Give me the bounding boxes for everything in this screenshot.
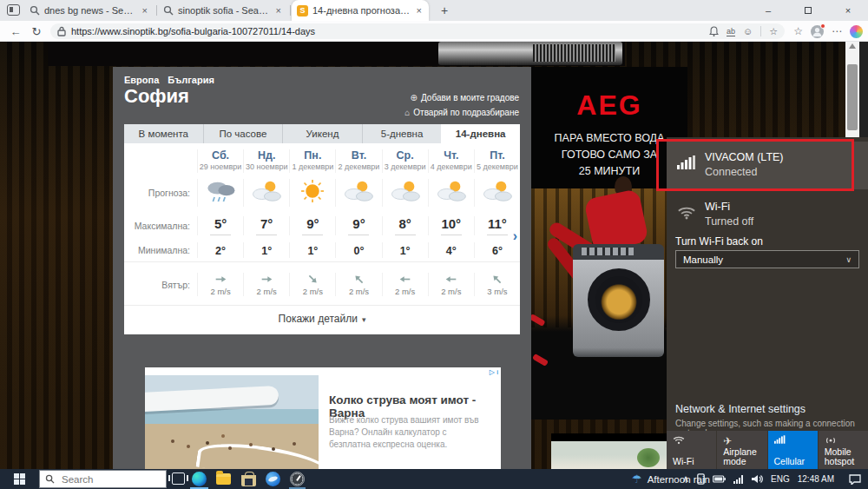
tab-close-icon[interactable]: × [141, 5, 149, 16]
adchoices-icon[interactable]: ▷ [490, 368, 495, 376]
wifi-tile[interactable]: Wi-Fi [667, 431, 716, 469]
wind-arrow-icon [350, 270, 368, 288]
tab-now[interactable]: В момента [124, 124, 203, 143]
next-days-chevron-icon[interactable]: › [513, 228, 517, 244]
ad-beach-image[interactable] [145, 375, 319, 469]
profile-avatar[interactable] [811, 25, 824, 38]
weather-icon-partly-cloudy [243, 179, 289, 207]
dial-app-icon[interactable] [290, 472, 305, 486]
cellular-tile-active[interactable]: Cellular [768, 431, 818, 469]
row-label-max: Максимална: [124, 221, 197, 231]
tab-close-icon[interactable]: × [274, 5, 283, 16]
search-icon [45, 474, 55, 484]
wind-arrow-icon [260, 273, 273, 286]
wifi-back-label: Turn Wi-Fi back on [675, 235, 763, 248]
new-tab-button[interactable]: + [436, 2, 453, 19]
tab-hourly[interactable]: По часове [203, 124, 283, 143]
tab-14day-active[interactable]: 14-дневна [441, 124, 520, 143]
store-icon[interactable] [241, 475, 256, 486]
add-city-link[interactable]: ⊕Добави в моите градове [404, 90, 519, 105]
min-temp: 1° [289, 242, 335, 258]
task-view-icon[interactable] [172, 472, 185, 485]
min-temp: 4° [428, 242, 474, 258]
browser-tab-1[interactable]: dnes bg news - Search × [24, 0, 155, 21]
ad-info-icon[interactable]: i [496, 368, 498, 376]
address-bar[interactable]: https://www.sinoptik.bg/sofia-bulgaria-1… [50, 23, 785, 39]
wifi-icon [673, 435, 685, 445]
translate-icon[interactable]: ab [727, 27, 735, 36]
wifi-status: Turned off [705, 215, 753, 228]
breadcrumb-region[interactable]: Европа [124, 75, 159, 85]
scrollbar-up-arrow[interactable] [849, 43, 856, 49]
more-menu-icon[interactable]: ⋯ [832, 25, 842, 37]
tab-weekend[interactable]: Уикенд [282, 124, 362, 143]
volume-icon[interactable] [752, 474, 763, 484]
airplane-mode-tile[interactable]: ✈ Airplane mode [717, 431, 766, 469]
second-ad-image[interactable] [551, 433, 668, 469]
tray-expand-icon[interactable]: ∧ [682, 473, 689, 485]
weather-icon-partly-cloudy [335, 179, 381, 207]
battery-icon[interactable] [713, 475, 726, 483]
feedback-smiley-icon[interactable]: ☺ [743, 26, 753, 36]
divider [760, 26, 761, 36]
background-steamer-image [438, 42, 622, 65]
ad-card[interactable]: ▷ i Колко струва моят имот - Варна Вижте… [145, 367, 501, 469]
mobile-hotspot-tile[interactable]: Mobile hotspot [819, 431, 868, 469]
favorite-star-icon[interactable]: ☆ [769, 26, 778, 37]
start-button[interactable] [0, 469, 39, 489]
phone-icon[interactable] [697, 473, 705, 485]
alert-bell-icon[interactable] [709, 26, 719, 36]
aeg-ad-image [531, 188, 687, 420]
edge-taskbar-icon[interactable] [192, 472, 207, 486]
min-temp: 6° [474, 242, 520, 258]
min-temp: 0° [335, 242, 381, 258]
tab-layout-icon[interactable] [7, 4, 20, 16]
wifi-back-select[interactable]: Manually ∨ [675, 250, 859, 268]
window-close-button[interactable]: × [828, 0, 868, 21]
wind-cell: 2 m/s [243, 273, 289, 296]
hotspot-icon [825, 435, 837, 445]
breadcrumb: ЕвропаБългария [124, 75, 223, 85]
show-details-link[interactable]: Покажи детайли▾ [124, 305, 520, 333]
maximize-icon [805, 7, 812, 14]
tab-title: dnes bg news - Search [44, 5, 136, 16]
breadcrumb-country[interactable]: България [168, 75, 214, 85]
umbrella-icon: ☂ [632, 472, 642, 486]
min-temp: 1° [243, 242, 289, 258]
blue-app-icon[interactable] [266, 472, 280, 486]
window-edge [859, 42, 868, 139]
clock[interactable]: 12:48 AM [798, 474, 834, 484]
search-icon [163, 5, 174, 16]
tab-close-icon[interactable]: × [415, 5, 424, 16]
cellular-tray-icon[interactable] [733, 475, 744, 484]
network-settings-link[interactable]: Network & Internet settings [675, 403, 806, 415]
refresh-button[interactable]: ↻ [28, 23, 45, 40]
search-input[interactable] [60, 473, 147, 486]
scrollbar-thumb[interactable] [847, 64, 858, 130]
tab-5day[interactable]: 5-дневна [362, 124, 442, 143]
file-explorer-icon[interactable] [216, 473, 231, 485]
open-default-link[interactable]: ⌂Отваряй по подразбиране [404, 105, 519, 120]
wind-cell: 2 m/s [289, 273, 335, 296]
page-scrollbar[interactable] [845, 42, 859, 139]
weather-content: ЕвропаБългария София ⊕Добави в моите гра… [113, 67, 531, 469]
wifi-network-item[interactable]: Wi-Fi Turned off [667, 191, 868, 239]
back-button[interactable]: ← [7, 23, 24, 40]
browser-tab-2[interactable]: sinoptik sofia - Search × [158, 0, 288, 21]
collections-icon[interactable]: ☆ [793, 25, 803, 37]
window-minimize-button[interactable]: – [748, 0, 788, 21]
home-icon: ⌂ [404, 105, 410, 120]
min-temp: 1° [382, 242, 428, 258]
window-maximize-button[interactable] [788, 0, 828, 21]
day-header: Чт.4 декември [428, 149, 474, 173]
wind-cell: 2 m/s [428, 273, 474, 296]
cellular-signal-icon [774, 435, 786, 444]
copilot-icon[interactable] [850, 25, 863, 38]
taskbar-search-box[interactable] [39, 470, 167, 488]
windows-logo-icon [14, 473, 26, 486]
action-center-icon[interactable] [849, 474, 861, 485]
airplane-icon: ✈ [723, 435, 732, 447]
language-indicator[interactable]: ENG [771, 474, 790, 484]
browser-tab-3-active[interactable]: S 14-дневна прогноза за времето × [292, 0, 429, 21]
aeg-side-ad[interactable]: AEG ПАРА ВМЕСТО ВОДА ГОТОВО САМО ЗА 25 М… [531, 67, 687, 420]
